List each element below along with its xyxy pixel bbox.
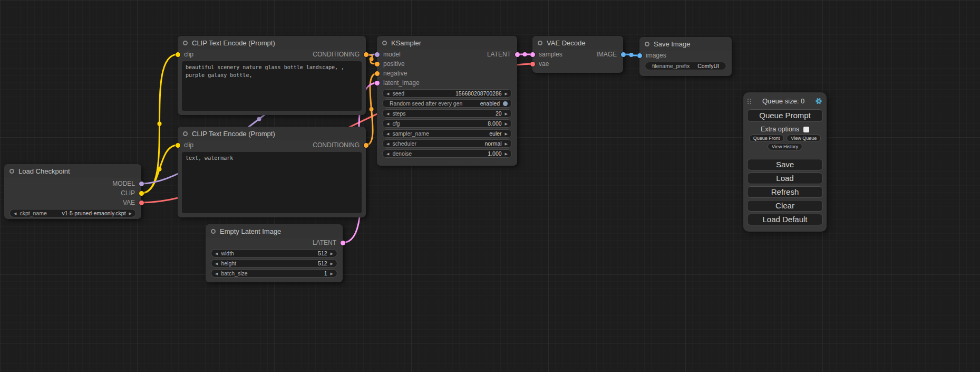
node-title-bar[interactable]: Empty Latent Image	[206, 224, 343, 238]
node-title: Load Checkpoint	[18, 167, 70, 175]
decrement-arrow-icon[interactable]: ◀	[386, 132, 389, 136]
negative-prompt-textarea[interactable]: text, watermark	[182, 152, 362, 213]
output-label-latent: LATENT	[487, 51, 511, 58]
node-title-bar[interactable]: CLIP Text Encode (Prompt)	[178, 127, 366, 140]
model-output-port[interactable]	[139, 182, 144, 186]
widget-batch-size[interactable]: ◀ batch_size 1 ▶	[211, 269, 337, 278]
increment-arrow-icon[interactable]: ▶	[331, 272, 333, 275]
node-title-bar[interactable]: Load Checkpoint	[4, 164, 141, 178]
comfy-menu-panel[interactable]: Queue size: 0 Queue Prompt Extra options…	[743, 92, 827, 232]
widget-filename-prefix[interactable]: filename_prefix ComfyUI	[645, 62, 726, 70]
slot-row: LATENT	[206, 238, 343, 247]
latent-image-input-port[interactable]	[375, 81, 380, 85]
view-history-button[interactable]: View History	[768, 143, 802, 150]
collapse-dot-icon[interactable]	[211, 229, 216, 234]
negative-input-port[interactable]	[375, 71, 380, 76]
node-title-bar[interactable]: Save Image	[639, 37, 732, 51]
decrement-arrow-icon[interactable]: ◀	[386, 92, 389, 96]
node-title: CLIP Text Encode (Prompt)	[192, 39, 275, 47]
view-queue-button[interactable]: View Queue	[787, 135, 821, 142]
node-graph-canvas[interactable]: Load Checkpoint MODEL CLIP VAE ◀ ckpt_na…	[0, 0, 980, 372]
slot-row: images	[639, 51, 732, 60]
gear-icon[interactable]	[815, 98, 822, 105]
save-button[interactable]: Save	[747, 159, 823, 170]
node-clip-text-encode-negative[interactable]: CLIP Text Encode (Prompt) clip CONDITION…	[178, 127, 366, 217]
load-button[interactable]: Load	[747, 173, 823, 184]
clip-input-port[interactable]	[176, 143, 180, 148]
decrement-arrow-icon[interactable]: ◀	[215, 252, 218, 255]
decrement-arrow-icon[interactable]: ◀	[14, 212, 16, 215]
latent-output-port[interactable]	[515, 52, 520, 57]
increment-arrow-icon[interactable]: ▶	[505, 142, 508, 146]
decrement-arrow-icon[interactable]: ◀	[215, 262, 218, 265]
collapse-dot-icon[interactable]	[183, 41, 188, 45]
images-input-port[interactable]	[637, 53, 642, 58]
node-title-bar[interactable]: CLIP Text Encode (Prompt)	[178, 36, 366, 50]
collapse-dot-icon[interactable]	[645, 42, 649, 46]
input-label-clip: clip	[184, 51, 193, 58]
refresh-button[interactable]: Refresh	[747, 186, 823, 198]
latent-output-port[interactable]	[341, 241, 345, 245]
input-label-positive: positive	[383, 60, 405, 68]
increment-arrow-icon[interactable]: ▶	[505, 132, 508, 136]
widget-random-seed-toggle[interactable]: Random seed after every gen enabled	[382, 99, 512, 108]
increment-arrow-icon[interactable]: ▶	[505, 112, 508, 116]
vae-input-port[interactable]	[530, 62, 535, 66]
node-clip-text-encode-positive[interactable]: CLIP Text Encode (Prompt) clip CONDITION…	[178, 36, 366, 115]
node-title: Empty Latent Image	[220, 227, 281, 235]
widget-width[interactable]: ◀ width 512 ▶	[211, 249, 337, 257]
widget-scheduler[interactable]: ◀ scheduler normal ▶	[382, 139, 512, 148]
clear-button[interactable]: Clear	[747, 200, 823, 212]
load-default-button[interactable]: Load Default	[747, 214, 823, 225]
extra-options-checkbox[interactable]	[803, 127, 809, 132]
conditioning-output-port[interactable]	[364, 143, 368, 148]
clip-output-port[interactable]	[139, 191, 144, 196]
positive-input-port[interactable]	[375, 62, 380, 66]
node-load-checkpoint[interactable]: Load Checkpoint MODEL CLIP VAE ◀ ckpt_na…	[4, 164, 141, 219]
decrement-arrow-icon[interactable]: ◀	[386, 112, 389, 116]
widget-height[interactable]: ◀ height 512 ▶	[211, 259, 337, 268]
increment-arrow-icon[interactable]: ▶	[505, 92, 508, 96]
widget-seed[interactable]: ◀ seed 156680208700286 ▶	[382, 89, 512, 98]
decrement-arrow-icon[interactable]: ◀	[215, 272, 218, 275]
widget-denoise[interactable]: ◀ denoise 1.000 ▶	[382, 149, 512, 158]
drag-handle-icon[interactable]	[748, 98, 752, 104]
slot-row: negative	[377, 69, 517, 78]
collapse-dot-icon[interactable]	[538, 41, 542, 45]
slot-row: positive	[377, 59, 517, 69]
widget-ckpt-name[interactable]: ◀ ckpt_name v1-5-pruned-emaonly.ckpt ▶	[9, 209, 136, 217]
conditioning-output-port[interactable]	[364, 52, 368, 57]
decrement-arrow-icon[interactable]: ◀	[386, 122, 389, 126]
node-title-bar[interactable]: KSampler	[377, 36, 517, 50]
node-title-bar[interactable]: VAE Decode	[532, 36, 623, 50]
positive-prompt-textarea[interactable]: beautiful scenery nature glass bottle la…	[182, 61, 362, 111]
samples-input-port[interactable]	[530, 52, 535, 57]
model-input-port[interactable]	[375, 52, 380, 57]
collapse-dot-icon[interactable]	[183, 131, 188, 136]
queue-front-button[interactable]: Queue Front	[749, 135, 784, 142]
node-empty-latent-image[interactable]: Empty Latent Image LATENT ◀ width 512 ▶ …	[206, 224, 343, 282]
increment-arrow-icon[interactable]: ▶	[505, 122, 508, 126]
increment-arrow-icon[interactable]: ▶	[129, 212, 132, 215]
clip-input-port[interactable]	[176, 52, 180, 57]
increment-arrow-icon[interactable]: ▶	[331, 262, 333, 265]
decrement-arrow-icon[interactable]: ◀	[386, 152, 389, 156]
slot-row: clip CONDITIONING	[178, 140, 366, 150]
widget-cfg[interactable]: ◀ cfg 8.000 ▶	[382, 119, 512, 128]
node-save-image[interactable]: Save Image images filename_prefix ComfyU…	[639, 37, 732, 76]
toggle-on-icon[interactable]	[503, 101, 508, 106]
widget-steps[interactable]: ◀ steps 20 ▶	[382, 109, 512, 118]
input-label-samples: samples	[539, 51, 562, 58]
collapse-dot-icon[interactable]	[9, 169, 14, 174]
image-output-port[interactable]	[621, 52, 626, 57]
node-vae-decode[interactable]: VAE Decode samples IMAGE vae	[532, 36, 623, 73]
collapse-dot-icon[interactable]	[382, 41, 387, 45]
decrement-arrow-icon[interactable]: ◀	[386, 142, 389, 146]
node-title: CLIP Text Encode (Prompt)	[192, 130, 275, 138]
node-ksampler[interactable]: KSampler model LATENT positive negative …	[377, 36, 517, 166]
increment-arrow-icon[interactable]: ▶	[505, 152, 508, 156]
queue-prompt-button[interactable]: Queue Prompt	[747, 109, 823, 122]
vae-output-port[interactable]	[139, 201, 144, 205]
increment-arrow-icon[interactable]: ▶	[331, 252, 333, 255]
widget-sampler-name[interactable]: ◀ sampler_name euler ▶	[382, 129, 512, 138]
